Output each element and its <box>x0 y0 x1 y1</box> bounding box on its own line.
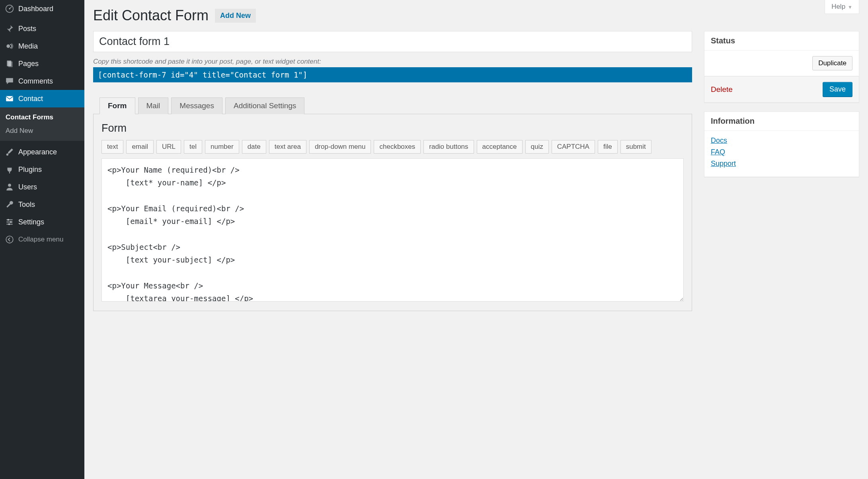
sidebar-sub-add-new[interactable]: Add New <box>0 124 84 138</box>
sidebar-submenu: Contact Forms Add New <box>0 107 84 141</box>
svg-point-9 <box>10 221 12 223</box>
sidebar-item-label: Media <box>18 42 38 51</box>
tag-btn-checkboxes[interactable]: checkboxes <box>374 140 421 154</box>
user-icon <box>5 182 14 192</box>
tag-btn-tel[interactable]: tel <box>184 140 202 154</box>
sidebar-item-pages[interactable]: Pages <box>0 55 84 72</box>
info-link-faq[interactable]: FAQ <box>711 148 852 156</box>
delete-link[interactable]: Delete <box>711 85 733 94</box>
tab-mail[interactable]: Mail <box>138 97 169 114</box>
sidebar-item-label: Tools <box>18 201 35 209</box>
sidebar-item-label: Pages <box>18 60 39 68</box>
sidebar-item-users[interactable]: Users <box>0 178 84 196</box>
page-title: Edit Contact Form <box>93 7 209 24</box>
sidebar-item-label: Plugins <box>18 166 42 174</box>
information-heading: Information <box>704 112 859 131</box>
svg-point-2 <box>6 45 10 48</box>
svg-point-10 <box>8 223 10 225</box>
svg-point-11 <box>6 236 13 243</box>
status-metabox: Status Duplicate Delete Save <box>704 31 859 103</box>
svg-point-7 <box>8 184 11 187</box>
chevron-down-icon: ▼ <box>848 4 852 10</box>
sidebar-item-tools[interactable]: Tools <box>0 196 84 213</box>
tag-btn-dropdown[interactable]: drop-down menu <box>309 140 371 154</box>
tag-btn-email[interactable]: email <box>126 140 154 154</box>
svg-point-6 <box>6 154 9 156</box>
media-icon <box>5 41 14 51</box>
tag-btn-captcha[interactable]: CAPTCHA <box>552 140 595 154</box>
info-link-docs[interactable]: Docs <box>711 136 852 145</box>
editor-tabs: Form Mail Messages Additional Settings <box>93 97 692 114</box>
brush-icon <box>5 147 14 157</box>
status-heading: Status <box>704 31 859 51</box>
tag-btn-submit[interactable]: submit <box>620 140 651 154</box>
sidebar-item-appearance[interactable]: Appearance <box>0 143 84 161</box>
main-content: Help▼ Edit Contact Form Add New Copy thi… <box>84 0 868 479</box>
tag-btn-quiz[interactable]: quiz <box>525 140 549 154</box>
sidebar-sub-contact-forms[interactable]: Contact Forms <box>0 111 84 124</box>
sidebar-item-comments[interactable]: Comments <box>0 72 84 90</box>
sidebar-item-dashboard[interactable]: Dashboard <box>0 0 84 18</box>
shortcode-box[interactable]: [contact-form-7 id="4" title="Contact fo… <box>93 67 692 82</box>
tag-btn-acceptance[interactable]: acceptance <box>477 140 523 154</box>
tab-messages[interactable]: Messages <box>171 97 222 114</box>
svg-point-8 <box>8 219 9 220</box>
form-content-textarea[interactable] <box>101 158 684 302</box>
form-panel: Form text email URL tel number date text… <box>93 114 692 311</box>
tag-btn-radio[interactable]: radio buttons <box>423 140 474 154</box>
information-metabox: Information Docs FAQ Support <box>704 111 859 177</box>
tag-btn-date[interactable]: date <box>242 140 266 154</box>
sidebar-item-media[interactable]: Media <box>0 37 84 55</box>
dashboard-icon <box>5 4 14 14</box>
tag-btn-text[interactable]: text <box>101 140 123 154</box>
pages-icon <box>5 59 14 68</box>
tag-btn-textarea[interactable]: text area <box>269 140 306 154</box>
sidebar-item-contact[interactable]: Contact <box>0 90 84 107</box>
plug-icon <box>5 165 14 174</box>
collapse-menu[interactable]: Collapse menu <box>0 231 84 248</box>
collapse-label: Collapse menu <box>18 236 63 243</box>
form-panel-heading: Form <box>101 122 684 134</box>
tab-form[interactable]: Form <box>99 97 135 114</box>
sidebar-item-label: Appearance <box>18 148 57 156</box>
tab-additional-settings[interactable]: Additional Settings <box>225 97 304 114</box>
admin-sidebar: Dashboard Posts Media Pages Comments Con… <box>0 0 84 479</box>
svg-rect-5 <box>6 96 13 101</box>
info-link-support[interactable]: Support <box>711 160 852 168</box>
sidebar-item-label: Contact <box>18 95 43 103</box>
help-label: Help <box>831 3 845 10</box>
sidebar-item-settings[interactable]: Settings <box>0 213 84 231</box>
form-title-input[interactable] <box>93 31 692 52</box>
tag-btn-number[interactable]: number <box>205 140 239 154</box>
sidebar-item-label: Posts <box>18 25 36 33</box>
pin-icon <box>5 24 14 33</box>
tag-btn-url[interactable]: URL <box>156 140 181 154</box>
sidebar-item-plugins[interactable]: Plugins <box>0 161 84 178</box>
svg-point-1 <box>9 8 10 9</box>
sliders-icon <box>5 217 14 227</box>
shortcode-hint: Copy this shortcode and paste it into yo… <box>93 58 692 66</box>
sidebar-item-label: Dashboard <box>18 5 53 13</box>
help-tab[interactable]: Help▼ <box>825 0 859 14</box>
sidebar-item-label: Settings <box>18 218 44 226</box>
comment-icon <box>5 76 14 86</box>
sidebar-item-posts[interactable]: Posts <box>0 20 84 37</box>
duplicate-button[interactable]: Duplicate <box>812 56 852 70</box>
tag-generator-buttons: text email URL tel number date text area… <box>101 140 684 154</box>
sidebar-item-label: Comments <box>18 77 53 86</box>
svg-rect-4 <box>8 62 13 67</box>
tag-btn-file[interactable]: file <box>598 140 618 154</box>
wrench-icon <box>5 200 14 209</box>
sidebar-item-label: Users <box>18 183 37 191</box>
collapse-icon <box>5 235 14 244</box>
add-new-button[interactable]: Add New <box>215 9 256 23</box>
save-button[interactable]: Save <box>823 82 852 97</box>
envelope-icon <box>5 94 14 103</box>
